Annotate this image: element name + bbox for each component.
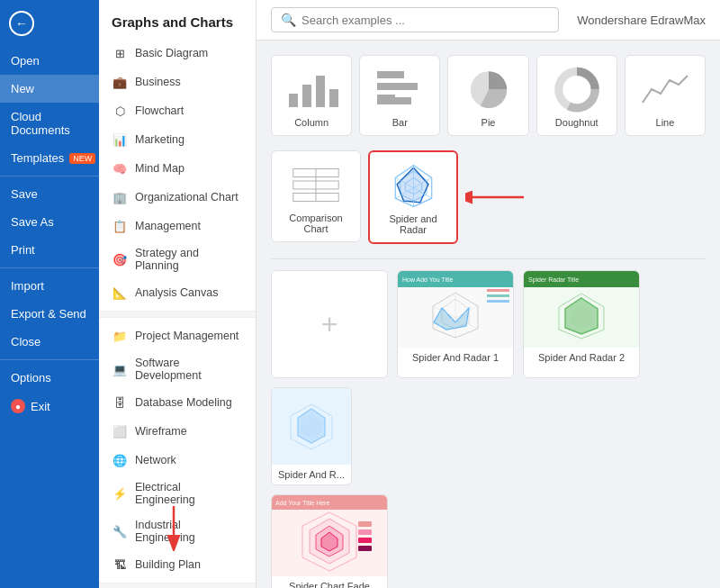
cat-icon-wireframe: ⬜	[112, 423, 128, 439]
sidebar-item-saveas[interactable]: Save As	[0, 208, 99, 236]
chart-type-pie[interactable]: Pie	[447, 55, 528, 136]
svg-rect-39	[358, 521, 372, 527]
spider-fade-svg	[284, 508, 374, 575]
sidebar-item-open[interactable]: Open	[0, 47, 99, 75]
preview-header-fade: Add Your Title Here	[272, 495, 387, 510]
cat-section-divider	[99, 583, 256, 588]
sidebar-item-save[interactable]: Save	[0, 180, 99, 208]
template-spider-fade[interactable]: Add Your Title Here	[271, 494, 388, 588]
cat-item-industrial[interactable]: 🔧Industrial Engineering	[99, 512, 256, 550]
sidebar-item-templates[interactable]: Templates NEW	[0, 144, 99, 172]
sidebar-item-exit[interactable]: ● Exit	[0, 392, 99, 421]
svg-rect-0	[289, 94, 298, 107]
cat-label-building: Building Plan	[135, 558, 201, 571]
chart-type-column[interactable]: Column	[271, 55, 352, 136]
sidebar-item-options[interactable]: Options	[0, 364, 99, 392]
svg-rect-3	[329, 89, 338, 107]
template-spider-radar-2[interactable]: Spider Radar Title Spider And Radar 2	[523, 270, 640, 378]
cat-label-flowchart: Flowchart	[135, 104, 184, 117]
cat-icon-database: 🗄	[112, 394, 128, 411]
cat-label-strategy: Strategy and Planning	[135, 247, 243, 272]
sidebar-item-close[interactable]: Close	[0, 328, 99, 356]
template-fade-label: Spider Chart Fade	[272, 576, 387, 588]
content-area: Column Bar	[256, 41, 720, 588]
sidebar-item-new[interactable]: New	[0, 75, 99, 103]
app-title: Wondershare EdrawMax	[559, 14, 706, 27]
cat-item-org[interactable]: 🏢Organizational Chart	[99, 183, 256, 212]
chart-type-comparison[interactable]: Comparison Chart	[271, 150, 361, 242]
cat-item-business[interactable]: 💼Business	[99, 68, 256, 96]
cat-icon-project: 📁	[112, 328, 128, 344]
search-input[interactable]	[302, 14, 549, 27]
chart-types-row2: Comparison Chart	[271, 150, 706, 244]
sidebar-divider-3	[0, 359, 99, 360]
chart-type-bar[interactable]: Bar	[359, 55, 440, 136]
chart-types-row: Column Bar	[271, 55, 706, 136]
cat-item-mindmap[interactable]: 🧠Mind Map	[99, 154, 256, 183]
top-bar: 🔍 Wondershare EdrawMax	[256, 0, 720, 41]
bar-chart-icon	[373, 67, 427, 112]
category-panel: Graphs and Charts ⊞Basic Diagram💼Busines…	[99, 0, 256, 588]
search-icon: 🔍	[281, 13, 296, 27]
svg-rect-2	[316, 76, 325, 107]
red-arrow-annotation	[465, 184, 528, 211]
cat-item-analysis[interactable]: 📐Analysis Canvas	[99, 278, 256, 307]
chart-type-spider-radar[interactable]: Spider and Radar	[368, 150, 458, 244]
sidebar-item-export[interactable]: Export & Send	[0, 300, 99, 328]
cat-item-software[interactable]: 💻Software Development	[99, 350, 256, 388]
cat-item-network[interactable]: 🌐Network	[99, 446, 256, 475]
template-spider-radar-1[interactable]: How Add You Title	[397, 270, 514, 378]
chart-type-line[interactable]: Line	[625, 55, 706, 136]
cat-item-marketing[interactable]: 📊Marketing	[99, 125, 256, 154]
preview-header-2: Spider Radar Title	[524, 271, 639, 287]
sidebar-item-import[interactable]: Import	[0, 272, 99, 300]
chart-type-doughnut[interactable]: Doughnut	[536, 55, 617, 136]
template-previews-row1: + How Add You Title	[271, 270, 706, 485]
cat-icon-marketing: 📊	[112, 131, 128, 148]
line-chart-icon	[638, 67, 692, 112]
doughnut-label: Doughnut	[555, 117, 598, 128]
template-preview-2: Spider Radar Title	[524, 271, 639, 348]
svg-rect-7	[377, 97, 411, 104]
cat-section-divider	[99, 311, 256, 318]
preview-header-text-2: Spider Radar Title	[528, 276, 579, 283]
back-button[interactable]: ←	[0, 0, 99, 47]
cat-icon-building: 🏗	[112, 556, 128, 573]
new-badge: NEW	[69, 153, 95, 164]
cat-icon-industrial: 🔧	[112, 523, 128, 539]
cat-item-strategy[interactable]: 🎯Strategy and Planning	[99, 240, 256, 278]
sidebar-item-print[interactable]: Print	[0, 236, 99, 264]
template-spider-radar-3[interactable]: Spider And R...	[271, 387, 352, 485]
cat-icon-electrical: ⚡	[112, 485, 128, 502]
svg-rect-5	[377, 83, 418, 90]
cat-item-basic[interactable]: ⊞Basic Diagram	[99, 39, 256, 68]
svg-rect-4	[377, 71, 404, 78]
cat-item-wireframe[interactable]: ⬜Wireframe	[99, 417, 256, 446]
sidebar-divider-1	[0, 176, 99, 176]
cat-label-marketing: Marketing	[135, 133, 184, 146]
spider-radar-label: Spider and Radar	[377, 213, 449, 235]
sidebar-item-cloud[interactable]: Cloud Documents	[0, 103, 99, 144]
cat-item-flowchart[interactable]: ⬡Flowchart	[99, 96, 256, 125]
search-box[interactable]: 🔍	[271, 7, 559, 32]
cat-icon-strategy: 🎯	[112, 251, 128, 267]
cat-item-management[interactable]: 📋Management	[99, 212, 256, 240]
template-label-1: Spider And Radar 1	[398, 348, 513, 367]
svg-rect-1	[302, 85, 311, 107]
cat-item-database[interactable]: 🗄Database Modeling	[99, 388, 256, 417]
column-label: Column	[294, 117, 328, 128]
main-content: 🔍 Wondershare EdrawMax Column	[256, 0, 720, 588]
category-panel-title: Graphs and Charts	[99, 0, 256, 39]
spider-preview-svg-3	[280, 400, 343, 454]
cat-item-electrical[interactable]: ⚡Electrical Engineering	[99, 475, 256, 512]
category-list: ⊞Basic Diagram💼Business⬡Flowchart📊Market…	[99, 39, 256, 588]
spider-radar-icon	[386, 163, 440, 208]
cat-item-building[interactable]: 🏗Building Plan	[99, 550, 256, 579]
cat-label-network: Network	[135, 454, 176, 466]
blank-template-card[interactable]: +	[271, 270, 388, 378]
cat-item-project[interactable]: 📁Project Management	[99, 321, 256, 350]
sidebar: ← Open New Cloud Documents Templates NEW…	[0, 0, 99, 588]
template-preview-1: How Add You Title	[398, 271, 513, 348]
plus-icon: +	[321, 308, 338, 341]
cat-label-basic: Basic Diagram	[135, 47, 208, 59]
